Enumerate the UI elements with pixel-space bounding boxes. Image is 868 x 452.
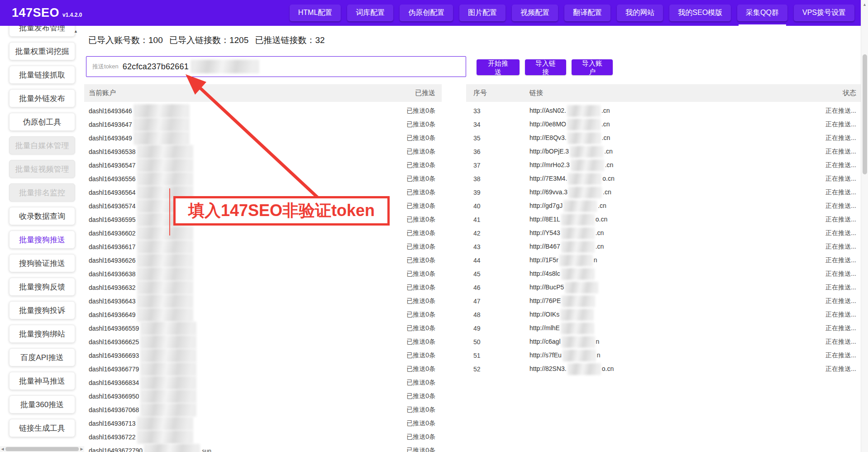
nav-item[interactable]: 词库配置 — [347, 5, 393, 21]
nav-item[interactable]: 采集QQ群 — [737, 5, 787, 21]
nav-item[interactable]: HTML配置 — [290, 5, 341, 21]
link-url-suffix: .cn — [602, 134, 610, 141]
link-url-prefix: http://OIKs — [529, 311, 559, 318]
nav-item[interactable]: VPS拨号设置 — [794, 5, 854, 21]
sidebar-item[interactable]: 批量发布管理 — [9, 26, 75, 37]
push-status: 正在推送... — [825, 202, 861, 210]
pushed-count: 已推送0条 — [406, 284, 442, 292]
push-status: 正在推送... — [825, 338, 861, 346]
account-name: dashl16493646 — [84, 107, 132, 115]
account-name: dashl1649366950 — [84, 393, 139, 400]
table-row: 48http://OIKs正在推送... — [466, 308, 861, 322]
link-index: 48 — [466, 311, 529, 318]
account-name: dashl164936538 — [84, 148, 136, 155]
pushed-count: 已推送0条 — [406, 216, 442, 224]
table-row: 52http://82SN3.o.cn正在推送... — [466, 362, 861, 376]
import-links-button[interactable]: 导入链接 — [525, 59, 566, 75]
link-index: 36 — [466, 148, 529, 155]
link-url-prefix: http://7E3M4. — [529, 175, 567, 182]
push-status: 正在推送... — [825, 216, 861, 224]
account-name: dashl164936617 — [84, 243, 136, 250]
nav-item[interactable]: 我的SEO模版 — [669, 5, 731, 21]
sidebar-item[interactable]: 批量搜狗投诉 — [9, 301, 75, 319]
push-status: 正在推送... — [825, 175, 861, 183]
account-name: dashl164936713 — [84, 420, 136, 427]
nav-item[interactable]: 图片配置 — [459, 5, 506, 21]
push-status: 正在推送... — [825, 351, 861, 360]
link-index: 44 — [466, 257, 529, 264]
link-url: http://bOPjE.3.cn — [529, 146, 825, 158]
horizontal-scrollbar-thumb[interactable] — [5, 447, 79, 451]
link-url-prefix: http://E8Qv3. — [529, 134, 567, 141]
link-url-prefix: http://mrHo2.3 — [529, 161, 570, 168]
account-name: dashl164936626 — [84, 257, 136, 264]
sidebar-item[interactable]: 收录数据查询 — [9, 207, 75, 225]
sidebar-item[interactable]: 批量神马推送 — [9, 372, 75, 390]
redacted-account-blur — [137, 226, 193, 240]
link-index: 50 — [466, 338, 529, 346]
redacted-link-blur — [567, 119, 601, 130]
redacted-account-blur — [140, 403, 196, 417]
link-url-prefix: http://BucP5 — [529, 284, 564, 291]
sidebar-item[interactable]: 批量360推送 — [9, 395, 75, 414]
push-status: 正在推送... — [825, 284, 861, 292]
scroll-left-icon[interactable]: ◀ — [0, 447, 5, 451]
account-name: dashl1649367068 — [84, 406, 139, 414]
table-row: 35http://E8Qv3..cn正在推送... — [466, 131, 861, 145]
link-url-suffix: o.cn — [602, 365, 614, 372]
pushed-count: 已推送0条 — [406, 297, 442, 305]
start-push-button[interactable]: 开始推送 — [477, 59, 520, 75]
account-name: dashl164936574 — [84, 202, 136, 210]
redacted-account-blur — [140, 376, 196, 389]
sidebar-item[interactable]: 批量链接抓取 — [9, 66, 75, 84]
pushed-count: 已推送0条 — [406, 365, 442, 373]
sidebar-item[interactable]: 批量搜狗绑站 — [9, 325, 75, 343]
window-vertical-scrollbar: ▲ — [861, 0, 868, 452]
push-status: 正在推送... — [825, 188, 861, 197]
import-accounts-button[interactable]: 导入账户 — [572, 59, 613, 75]
link-url-prefix: http://AsN02. — [529, 107, 566, 114]
scroll-right-icon[interactable]: ▶ — [79, 447, 84, 451]
vertical-scrollbar-thumb[interactable] — [863, 54, 867, 174]
sidebar-item[interactable]: 批量搜狗推送 — [9, 231, 75, 249]
link-index: 38 — [466, 175, 529, 183]
redacted-account-blur — [144, 444, 200, 452]
table-row: dashl164936722已推送0条 — [84, 430, 442, 444]
sidebar-scroll-up-icon[interactable]: ▲ — [74, 29, 78, 34]
scroll-up-icon[interactable]: ▲ — [861, 0, 868, 7]
redacted-account-blur — [140, 389, 196, 403]
redacted-link-blur — [563, 200, 597, 212]
link-url-suffix: .cn — [598, 202, 606, 209]
table-row: 33http://AsN02..cn正在推送... — [466, 104, 861, 118]
sidebar-item[interactable]: 搜狗验证推送 — [9, 254, 75, 272]
nav-item[interactable]: 我的网站 — [617, 5, 663, 21]
pushed-count: 已推送0条 — [406, 202, 442, 210]
sidebar-item[interactable]: 批量外链发布 — [9, 89, 75, 107]
redacted-account-blur — [137, 267, 193, 281]
link-url-prefix: http://Y543 — [529, 229, 560, 236]
pushed-count: 已推送0条 — [406, 148, 442, 156]
account-name: dashl164936602 — [84, 230, 136, 237]
account-name: dashl164936564 — [84, 189, 136, 196]
pushed-count: 已推送0条 — [406, 188, 442, 197]
table-row: dashl164936638已推送0条 — [84, 267, 442, 281]
sidebar-item[interactable]: 批量搜狗反馈 — [9, 278, 75, 296]
stat-links-value: 1205 — [229, 35, 248, 45]
redacted-account-blur — [140, 335, 196, 349]
link-index: 35 — [466, 135, 529, 142]
sidebar-item: 批量短视频管理 — [9, 160, 75, 178]
sidebar-item[interactable]: 伪原创工具 — [9, 113, 75, 131]
link-url: http://1F5rn — [529, 255, 825, 266]
sidebar-item[interactable]: 批量权重词挖掘 — [9, 42, 75, 60]
link-url-prefix: http://mlhE — [529, 324, 560, 332]
push-status: 正在推送... — [825, 365, 861, 373]
sidebar-item[interactable]: 百度API推送 — [9, 348, 75, 366]
pushed-count: 已推送0条 — [406, 392, 442, 400]
nav-item[interactable]: 视频配置 — [512, 5, 558, 21]
redacted-link-blur — [563, 350, 596, 361]
sidebar-item[interactable]: 链接生成工具 — [9, 419, 75, 437]
link-index: 47 — [466, 298, 529, 305]
nav-item[interactable]: 翻译配置 — [564, 5, 610, 21]
links-table: 序号 链接 状态 33http://AsN02..cn正在推送...34http… — [466, 84, 861, 452]
nav-item[interactable]: 伪原创配置 — [400, 5, 453, 21]
